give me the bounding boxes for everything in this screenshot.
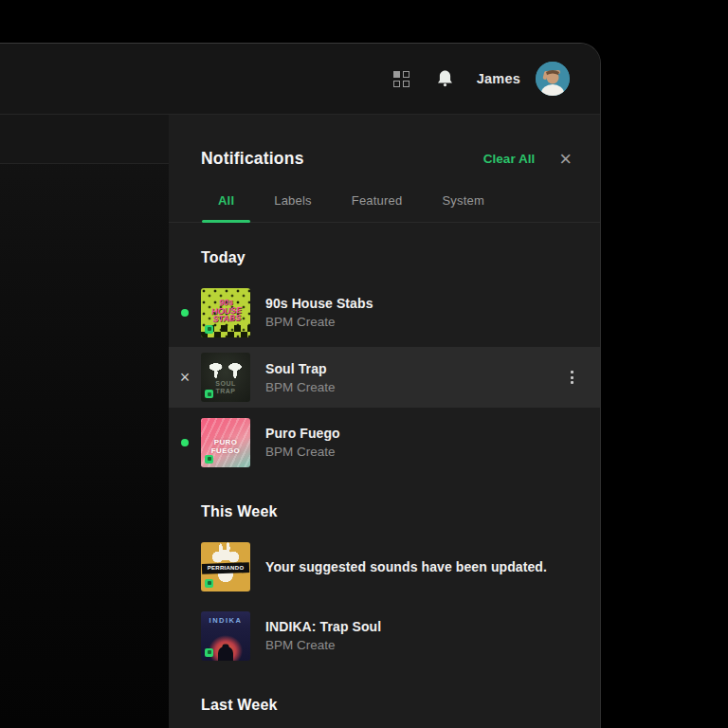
notification-row[interactable]: PERRIANDO Your suggested sounds have bee… xyxy=(169,532,600,601)
close-icon[interactable]: × xyxy=(559,152,572,166)
notification-section: Today 90s HOUSE STABS 90s House Stabs BP… xyxy=(169,249,600,477)
create-badge-icon xyxy=(205,579,213,588)
kebab-menu-icon[interactable] xyxy=(569,367,575,388)
tab-labels[interactable]: Labels xyxy=(274,193,312,208)
notification-subtitle: BPM Create xyxy=(265,638,575,652)
album-art: 90s HOUSE STABS xyxy=(201,288,250,337)
screen: James Notifications Clear All xyxy=(0,0,728,728)
album-art: SOUL TRAP xyxy=(201,353,250,402)
clear-all-button[interactable]: Clear All xyxy=(483,152,535,166)
album-art: INDIKA xyxy=(201,611,250,661)
panel-header: Notifications Clear All × xyxy=(169,115,600,169)
notification-text: 90s House Stabs BPM Create xyxy=(265,296,575,329)
create-badge-icon xyxy=(205,648,213,657)
app-window: James Notifications Clear All xyxy=(0,43,601,728)
section-title: This Week xyxy=(201,503,600,520)
notification-title: Puro Fuego xyxy=(265,426,575,441)
album-art-label: SOUL TRAP xyxy=(211,380,240,394)
notification-list: Today 90s HOUSE STABS 90s House Stabs BP… xyxy=(169,223,600,728)
user-name[interactable]: James xyxy=(477,71,520,86)
tab-featured[interactable]: Featured xyxy=(352,193,403,208)
notification-subtitle: BPM Create xyxy=(265,445,575,459)
notification-title: Soul Trap xyxy=(265,361,569,376)
unread-dot xyxy=(169,309,201,317)
avatar[interactable] xyxy=(536,62,570,96)
notification-row[interactable]: PURO FUEGO Puro Fuego BPM Create xyxy=(169,408,600,477)
create-badge-icon xyxy=(205,390,213,398)
notifications-panel: Notifications Clear All × All Labels Fea… xyxy=(169,115,600,728)
album-art-label: PURO FUEGO xyxy=(201,438,250,455)
apps-grid-icon[interactable] xyxy=(393,71,410,87)
notification-text: Your suggested sounds have been updated. xyxy=(265,559,575,574)
notification-text: Puro Fuego BPM Create xyxy=(265,426,575,459)
section-title: Last Week xyxy=(201,697,600,714)
section-items: PERRIANDO Your suggested sounds have bee… xyxy=(169,532,600,670)
tab-system[interactable]: System xyxy=(442,193,484,208)
album-art-label: INDIKA xyxy=(201,616,250,625)
topbar: James xyxy=(0,44,600,115)
section-items: 90s HOUSE STABS 90s House Stabs BPM Crea… xyxy=(169,278,600,477)
section-title: Today xyxy=(201,249,600,266)
notification-row[interactable]: 90s HOUSE STABS 90s House Stabs BPM Crea… xyxy=(169,278,600,347)
tabs: All Labels Featured System xyxy=(169,193,600,223)
album-art: PURO FUEGO xyxy=(201,418,250,467)
tab-all[interactable]: All xyxy=(218,193,234,208)
panel-title: Notifications xyxy=(201,149,483,169)
create-badge-icon xyxy=(205,455,213,464)
notification-subtitle: BPM Create xyxy=(265,380,569,394)
unread-dot xyxy=(169,439,201,446)
notification-text: Soul Trap BPM Create xyxy=(265,361,569,394)
notification-row[interactable]: × SOUL TRAP Soul Trap BPM Create xyxy=(169,347,600,408)
background-content xyxy=(0,115,169,728)
album-art-label: 90s HOUSE STABS xyxy=(207,297,246,323)
notification-section: This Week PERRIANDO Your suggested sound… xyxy=(169,503,600,670)
bell-icon[interactable] xyxy=(436,69,454,88)
notification-text: INDIKA: Trap Soul BPM Create xyxy=(265,619,575,652)
create-badge-icon xyxy=(205,325,213,334)
album-art: PERRIANDO xyxy=(201,542,250,592)
notification-subtitle: BPM Create xyxy=(265,315,575,329)
notification-section: Last Week xyxy=(169,697,600,714)
notification-title: INDIKA: Trap Soul xyxy=(265,619,575,634)
notification-title: Your suggested sounds have been updated. xyxy=(265,559,575,574)
album-art-label: PERRIANDO xyxy=(201,565,250,571)
notification-row[interactable]: INDIKA INDIKA: Trap Soul BPM Create xyxy=(169,601,600,670)
background-divider xyxy=(0,115,169,164)
notification-title: 90s House Stabs xyxy=(265,296,575,311)
main-area: Notifications Clear All × All Labels Fea… xyxy=(0,115,600,728)
dismiss-icon[interactable]: × xyxy=(169,372,201,383)
